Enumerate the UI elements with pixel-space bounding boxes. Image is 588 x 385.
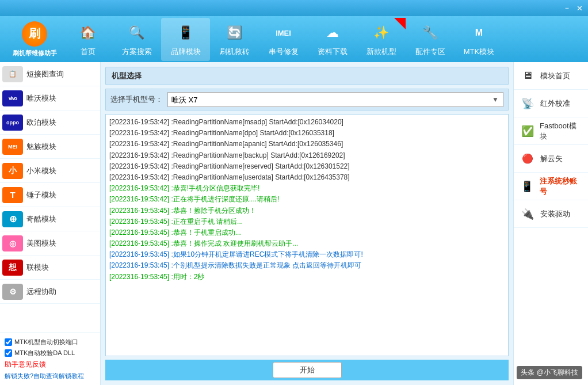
nav-imei-label: 串号修复 bbox=[269, 47, 299, 57]
log-line: [2022316-19:53:42] :恭喜!手机分区信息获取完毕! bbox=[109, 183, 505, 194]
sidebar-item-lenovo[interactable]: 想 联模块 bbox=[0, 256, 100, 280]
sidebar-vivo-label: 唯沃模块 bbox=[26, 93, 56, 104]
nav-parts[interactable]: 🔧 配件专区 bbox=[406, 18, 455, 61]
log-line: [2022316-19:53:45] :恭喜！操作完成 欢迎使用刷机帮云助手..… bbox=[109, 238, 505, 249]
right-item-module-home[interactable]: 🖥 模块首页 bbox=[514, 62, 588, 90]
mtk-da-label: MTK自动校验DA DLL bbox=[14, 349, 75, 357]
nav-parts-label: 配件专区 bbox=[415, 47, 445, 57]
sidebar-item-remote[interactable]: ⚙ 远程协助 bbox=[0, 280, 100, 304]
sidebar-item-hammer[interactable]: T 锤子模块 bbox=[0, 183, 100, 207]
vivo-icon: vivo bbox=[2, 90, 23, 106]
sidebar-item-meizu[interactable]: MEI 魅族模块 bbox=[0, 135, 100, 159]
nav-resource-label: 资料下载 bbox=[318, 47, 348, 57]
sidebar-item-meitu[interactable]: ◎ 美图模块 bbox=[0, 231, 100, 256]
nav-brand-label: 品牌模块 bbox=[171, 47, 201, 57]
remote-icon: ⚙ bbox=[2, 284, 23, 300]
sidebar-item-screenshot[interactable]: 📋 短接图查询 bbox=[0, 62, 100, 86]
nav-imei[interactable]: IMEI 串号修复 bbox=[259, 18, 308, 61]
sidebar-item-qiku[interactable]: ⊕ 奇酷模块 bbox=[0, 207, 100, 231]
sidebar-oppo-label: 欧泊模块 bbox=[26, 117, 56, 128]
nav-mtk-label: MTK模块 bbox=[464, 47, 494, 57]
nav-resource[interactable]: ☁ 资料下载 bbox=[308, 18, 357, 61]
app-name: 刷机帮维修助手 bbox=[13, 49, 57, 58]
unlock-cloud-icon: 🔴 bbox=[520, 151, 536, 167]
imei-icon: IMEI bbox=[272, 21, 295, 44]
nav-flash-label: 刷机救砖 bbox=[220, 47, 250, 57]
right-item-driver[interactable]: 🔌 安装驱动 bbox=[514, 200, 588, 228]
log-line: [2022316-19:53:45] :如果10分钟开机定屏请进REC模式下将手… bbox=[109, 249, 505, 260]
minimize-button[interactable]: － bbox=[560, 2, 573, 14]
driver-icon: 🔌 bbox=[520, 206, 536, 222]
model-dropdown-wrapper: 唯沃 X7 ▼ bbox=[167, 92, 503, 107]
bottom-bar: 开始 bbox=[105, 360, 509, 380]
solution-icon: 🔍 bbox=[125, 21, 148, 44]
log-line: [2022316-19:53:42] :ReadingPartitionName… bbox=[109, 128, 505, 139]
checkbox-row-1: MTK机型自动切换端口 bbox=[5, 338, 96, 346]
select-phone-label: 选择手机型号： bbox=[110, 94, 163, 105]
log-line: [2022316-19:53:45] :恭喜！手机重启成功... bbox=[109, 227, 505, 238]
sidebar-lenovo-label: 联模块 bbox=[26, 262, 49, 273]
unlock-label: 解云失 bbox=[540, 154, 563, 164]
right-item-account[interactable]: 📱 注系统秒账号 bbox=[514, 173, 588, 200]
close-button[interactable]: ✕ bbox=[573, 2, 586, 14]
log-line: [2022316-19:53:45] :用时：2秒 bbox=[109, 272, 505, 283]
nav-solution-label: 方案搜索 bbox=[122, 47, 152, 57]
start-button[interactable]: 开始 bbox=[273, 362, 342, 378]
fastboot-icon: ✅ bbox=[520, 123, 535, 139]
right-item-ir[interactable]: 📡 红外校准 bbox=[514, 90, 588, 117]
sidebar-item-oppo[interactable]: oppo 欧泊模块 bbox=[0, 110, 100, 135]
feedback-link[interactable]: 助手意见反馈 bbox=[5, 360, 96, 369]
model-select-title: 机型选择 bbox=[112, 71, 142, 81]
module-home-label: 模块首页 bbox=[540, 71, 570, 81]
sidebar-meizu-label: 魅族模块 bbox=[26, 142, 56, 152]
mtk-port-label: MTK机型自动切换端口 bbox=[14, 338, 78, 346]
log-line: [2022316-19:53:42] :ReadingPartitionName… bbox=[109, 139, 505, 150]
sidebar-item-xiaomi[interactable]: 小 小米模块 bbox=[0, 159, 100, 183]
log-line: [2022316-19:53:45] :个别机型提示清除数据失败是正常现象 点击… bbox=[109, 260, 505, 271]
model-select-bar: 机型选择 bbox=[105, 67, 509, 85]
title-bar: － ✕ bbox=[0, 0, 588, 16]
model-select-row: 选择手机型号： 唯沃 X7 ▼ bbox=[105, 89, 509, 110]
nav-mtk[interactable]: M MTK模块 bbox=[455, 18, 503, 61]
account-label: 注系统秒账号 bbox=[540, 176, 582, 197]
new-badge bbox=[394, 18, 406, 29]
ir-icon: 📡 bbox=[520, 96, 536, 112]
account-icon: 📱 bbox=[520, 178, 535, 195]
sidebar-meitu-label: 美图模块 bbox=[26, 238, 56, 249]
oppo-icon: oppo bbox=[2, 115, 23, 131]
logo-area: 刷 刷机帮维修助手 bbox=[6, 21, 63, 58]
home-icon: 🏠 bbox=[77, 21, 100, 44]
content-area: 机型选择 选择手机型号： 唯沃 X7 ▼ [2022316-19:53:42] … bbox=[101, 62, 513, 385]
log-line: [2022316-19:53:42] :ReadingPartitionName… bbox=[109, 161, 505, 172]
right-item-fastboot[interactable]: ✅ Fastboot模块 bbox=[514, 117, 588, 145]
nav-brand[interactable]: 📱 品牌模块 bbox=[161, 18, 210, 61]
model-dropdown[interactable]: 唯沃 X7 bbox=[167, 92, 503, 107]
log-line: [2022316-19:53:42] :ReadingPartitionName… bbox=[109, 172, 505, 183]
mtk-da-checkbox[interactable] bbox=[5, 349, 12, 357]
module-home-icon: 🖥 bbox=[520, 68, 536, 84]
nav-solution[interactable]: 🔍 方案搜索 bbox=[112, 18, 161, 61]
nav-new-model[interactable]: ✨ 新款机型 bbox=[357, 18, 406, 61]
log-line: [2022316-19:53:42] :ReadingPartitionName… bbox=[109, 117, 505, 128]
sidebar-item-vivo[interactable]: vivo 唯沃模块 bbox=[0, 86, 100, 110]
meitu-icon: ◎ bbox=[2, 235, 23, 251]
nav-flash[interactable]: 🔄 刷机救砖 bbox=[210, 18, 259, 61]
meizu-icon: MEI bbox=[2, 139, 23, 155]
resource-icon: ☁ bbox=[321, 21, 344, 44]
nav-home[interactable]: 🏠 首页 bbox=[63, 18, 112, 61]
log-line: [2022316-19:53:45] :正在重启手机 请稍后... bbox=[109, 216, 505, 227]
fastboot-label: Fastboot模块 bbox=[540, 121, 582, 142]
log-line: [2022316-19:53:45] :恭喜！擦除手机分区成功！ bbox=[109, 205, 505, 216]
driver-label: 安装驱动 bbox=[540, 209, 570, 219]
new-model-icon: ✨ bbox=[370, 21, 393, 44]
parts-icon: 🔧 bbox=[419, 21, 442, 44]
xiaomi-icon: 小 bbox=[2, 163, 23, 179]
sidebar-qiku-label: 奇酷模块 bbox=[26, 214, 56, 224]
mtk-port-checkbox[interactable] bbox=[5, 338, 12, 346]
brand-icon: 📱 bbox=[174, 21, 197, 44]
right-item-unlock[interactable]: 🔴 解云失 bbox=[514, 145, 588, 173]
unlock-link[interactable]: 解锁失败?自助查询解锁教程 bbox=[5, 372, 84, 379]
lenovo-icon: 想 bbox=[2, 260, 23, 276]
sidebar-remote-label: 远程协助 bbox=[26, 287, 56, 297]
ir-label: 红外校准 bbox=[540, 98, 570, 109]
